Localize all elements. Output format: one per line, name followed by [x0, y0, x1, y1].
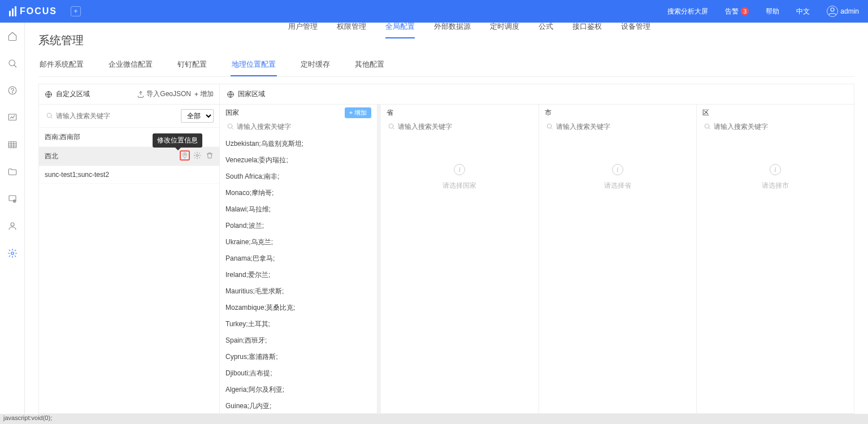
main-tab[interactable]: 接口鉴权 — [572, 23, 602, 38]
link-label: 中文 — [796, 7, 810, 16]
country-item[interactable]: Uzbekistan;乌兹别克斯坦; — [225, 136, 371, 152]
nav-datasource-icon[interactable] — [7, 193, 18, 205]
edit-location-icon[interactable] — [180, 150, 190, 161]
main: 系统管理 用户管理权限管理全局配置外部数据源定时调度公式接口鉴权设备管理 邮件系… — [25, 23, 868, 414]
link-lang[interactable]: 中文 — [796, 7, 810, 16]
country-item[interactable]: Panama;巴拿马; — [225, 250, 371, 267]
add-custom-area-button[interactable]: + 增加 — [194, 89, 214, 99]
city-column: 市 i 请选择省 — [539, 105, 697, 413]
import-geojson-button[interactable]: 导入GeoJSON — [137, 89, 191, 99]
svg-point-13 — [196, 154, 198, 157]
statusbar: javascript:void(0); — [0, 414, 868, 424]
main-tab[interactable]: 用户管理 — [288, 23, 318, 38]
nav-help-icon[interactable] — [7, 85, 18, 96]
main-tab[interactable]: 设备管理 — [621, 23, 650, 38]
search-icon — [546, 123, 553, 132]
country-item[interactable]: Ukraine;乌克兰; — [225, 234, 371, 250]
main-tab[interactable]: 全局配置 — [385, 23, 415, 38]
country-item[interactable]: Monaco;摩纳哥; — [225, 185, 371, 201]
sub-tab[interactable]: 定时缓存 — [300, 59, 331, 76]
tooltip: 修改位置信息 — [153, 133, 202, 148]
country-item[interactable]: Poland;波兰; — [225, 218, 371, 234]
nav-settings-icon[interactable] — [7, 248, 18, 259]
info-icon: i — [770, 164, 781, 175]
nav-user-icon[interactable] — [7, 220, 18, 232]
country-item[interactable]: Algeria;阿尔及利亚; — [225, 382, 371, 398]
nav-table-icon[interactable] — [7, 139, 18, 150]
info-icon: i — [612, 164, 623, 175]
nav-chart-icon[interactable] — [7, 112, 18, 123]
country-item[interactable]: Venezuela;委内瑞拉; — [225, 152, 371, 168]
page-title: 系统管理 — [38, 33, 84, 48]
add-country-button[interactable]: +增加 — [345, 107, 371, 118]
link-help[interactable]: 帮助 — [766, 7, 779, 16]
empty-text: 请选择国家 — [442, 181, 476, 191]
link-user[interactable]: admin — [827, 6, 859, 17]
svg-point-8 — [11, 223, 14, 226]
district-search-input[interactable] — [702, 120, 848, 133]
link-alerts[interactable]: 告警 3 — [725, 7, 749, 16]
country-item[interactable]: Guinea;几内亚; — [225, 398, 371, 413]
province-column: 省 i 请选择国家 — [381, 105, 539, 413]
svg-point-12 — [184, 154, 186, 155]
country-item[interactable]: Turkey;土耳其; — [225, 316, 371, 332]
city-label: 市 — [545, 108, 552, 118]
country-item[interactable]: Mauritius;毛里求斯; — [225, 283, 371, 300]
search-icon — [227, 123, 234, 132]
link-search-dashboard[interactable]: 搜索分析大屏 — [667, 7, 708, 16]
country-item[interactable]: Ireland;爱尔兰; — [225, 267, 371, 283]
city-empty: i 请选择省 — [539, 136, 696, 413]
empty-text: 请选择省 — [604, 181, 631, 191]
country-item[interactable]: Cyprus;塞浦路斯; — [225, 349, 371, 365]
sub-tab[interactable]: 其他配置 — [354, 59, 385, 76]
country-item[interactable]: Djibouti;吉布提; — [225, 365, 371, 382]
sub-tab[interactable]: 企业微信配置 — [107, 59, 154, 76]
sidenav — [0, 23, 25, 414]
svg-point-9 — [11, 252, 14, 255]
avatar-icon — [827, 6, 838, 17]
brand-logo: FOCUS — [9, 6, 57, 16]
alert-badge: 3 — [741, 7, 749, 15]
country-item[interactable]: Malawi;马拉维; — [225, 201, 371, 218]
nav-folder-icon[interactable] — [7, 166, 18, 178]
custom-region-item[interactable]: sunc-test1;sunc-test2 — [39, 166, 219, 184]
main-tab[interactable]: 定时调度 — [490, 23, 519, 38]
new-tab-button[interactable]: + — [71, 6, 81, 16]
country-item[interactable]: Mozambique;莫桑比克; — [225, 300, 371, 316]
district-label: 区 — [702, 108, 709, 118]
country-item[interactable]: Spain;西班牙; — [225, 332, 371, 349]
sub-tab[interactable]: 地理位置配置 — [231, 59, 277, 76]
custom-area-panel: 自定义区域 导入GeoJSON + 增加 — [39, 84, 220, 413]
main-tab[interactable]: 外部数据源 — [434, 23, 471, 38]
custom-region-item[interactable]: 西北修改位置信息 — [39, 147, 219, 166]
brand-icon — [9, 6, 16, 16]
country-label: 国家 — [225, 108, 239, 118]
custom-filter-select[interactable]: 全部 — [181, 109, 214, 123]
sub-tab[interactable]: 钉钉配置 — [176, 59, 208, 76]
link-label: 帮助 — [766, 7, 779, 16]
sub-tab[interactable]: 邮件系统配置 — [38, 59, 85, 76]
country-item[interactable]: South Africa;南非; — [225, 168, 371, 185]
link-label: 搜索分析大屏 — [667, 7, 708, 16]
custom-region-list: 西南;西南部西北修改位置信息sunc-test1;sunc-test2 — [39, 128, 219, 413]
link-label: 告警 — [725, 7, 739, 16]
custom-search-input[interactable] — [45, 110, 176, 122]
info-icon: i — [454, 164, 465, 175]
city-search-input[interactable] — [545, 120, 691, 133]
sub-tabs: 邮件系统配置企业微信配置钉钉配置地理位置配置定时缓存其他配置 — [38, 59, 854, 77]
plus-icon: + — [194, 90, 198, 98]
main-tab[interactable]: 公式 — [539, 23, 553, 38]
country-search-input[interactable] — [225, 120, 371, 133]
province-search-input[interactable] — [387, 120, 532, 133]
custom-search — [45, 110, 176, 122]
svg-point-2 — [8, 86, 16, 94]
nav-search-icon[interactable] — [7, 58, 18, 69]
nav-home-icon[interactable] — [7, 31, 18, 42]
svg-rect-5 — [8, 142, 16, 148]
settings-icon[interactable] — [192, 150, 202, 161]
globe-icon — [45, 90, 53, 98]
user-label: admin — [840, 7, 859, 15]
main-tab[interactable]: 权限管理 — [337, 23, 366, 38]
delete-icon[interactable] — [205, 150, 215, 161]
main-tabs: 用户管理权限管理全局配置外部数据源定时调度公式接口鉴权设备管理 — [84, 23, 854, 38]
